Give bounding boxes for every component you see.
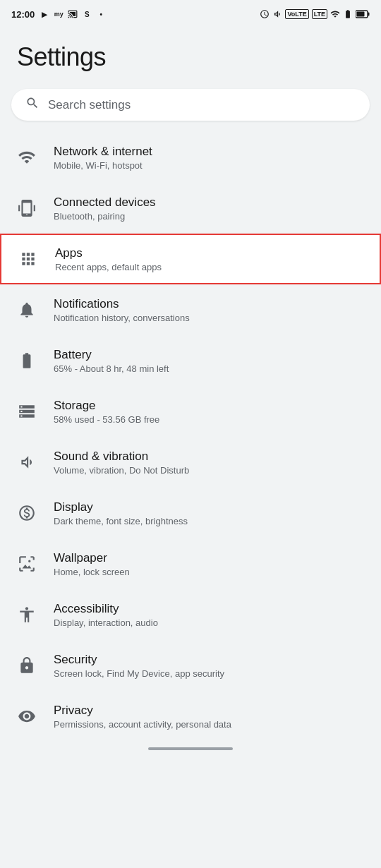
dot-icon: • xyxy=(95,8,107,20)
privacy-icon xyxy=(14,704,40,729)
search-placeholder: Search settings xyxy=(48,98,131,112)
battery-icon xyxy=(14,348,40,373)
page-title-area: Settings xyxy=(0,25,381,83)
settings-item-title-storage: Storage xyxy=(54,399,159,413)
sound-icon xyxy=(14,450,40,475)
search-icon xyxy=(25,96,40,114)
scroll-indicator xyxy=(148,747,233,750)
settings-item-text-privacy: Privacy Permissions, account activity, p… xyxy=(54,704,231,730)
youtube-icon: ▶ xyxy=(39,8,50,20)
search-bar[interactable]: Search settings xyxy=(11,89,370,121)
settings-item-title-display: Display xyxy=(54,500,188,514)
settings-item-title-privacy: Privacy xyxy=(54,704,231,718)
settings-item-privacy[interactable]: Privacy Permissions, account activity, p… xyxy=(0,691,381,742)
settings-item-title-connected-devices: Connected devices xyxy=(54,195,156,210)
settings-item-sound[interactable]: Sound & vibration Volume, vibration, Do … xyxy=(0,437,381,488)
settings-item-title-network: Network & internet xyxy=(54,145,152,159)
settings-item-subtitle-display: Dark theme, font size, brightness xyxy=(54,516,188,526)
alarm-icon xyxy=(260,9,270,19)
settings-item-battery[interactable]: Battery 65% - About 8 hr, 48 min left xyxy=(0,335,381,386)
settings-item-subtitle-security: Screen lock, Find My Device, app securit… xyxy=(54,668,224,679)
settings-item-text-wallpaper: Wallpaper Home, lock screen xyxy=(54,551,130,577)
signal-icon xyxy=(330,9,340,19)
settings-item-display[interactable]: Display Dark theme, font size, brightnes… xyxy=(0,488,381,538)
devices-icon xyxy=(14,195,40,221)
status-bar: 12:00 ▶ my S • VoLTE LTE xyxy=(0,0,381,25)
settings-item-subtitle-notifications: Notification history, conversations xyxy=(54,313,190,323)
settings-item-subtitle-sound: Volume, vibration, Do Not Disturb xyxy=(54,465,189,476)
settings-item-apps[interactable]: Apps Recent apps, default apps xyxy=(0,234,381,284)
settings-list: Network & internet Mobile, Wi-Fi, hotspo… xyxy=(0,132,381,742)
search-bar-container: Search settings xyxy=(0,83,381,132)
settings-item-storage[interactable]: Storage 58% used - 53.56 GB free xyxy=(0,386,381,437)
settings-item-connected-devices[interactable]: Connected devices Bluetooth, pairing xyxy=(0,183,381,234)
settings-item-subtitle-accessibility: Display, interaction, audio xyxy=(54,617,158,628)
settings-item-text-accessibility: Accessibility Display, interaction, audi… xyxy=(54,602,158,628)
settings-item-subtitle-network: Mobile, Wi-Fi, hotspot xyxy=(54,160,152,171)
settings-item-subtitle-wallpaper: Home, lock screen xyxy=(54,567,130,577)
status-right: VoLTE LTE xyxy=(260,9,370,19)
status-time: 12:00 xyxy=(11,9,35,20)
settings-item-text-network: Network & internet Mobile, Wi-Fi, hotspo… xyxy=(54,145,152,171)
settings-item-text-apps: Apps Recent apps, default apps xyxy=(55,246,162,272)
settings-item-text-notifications: Notifications Notification history, conv… xyxy=(54,297,190,323)
volte-badge: VoLTE xyxy=(285,9,308,19)
settings-item-title-notifications: Notifications xyxy=(54,297,190,311)
settings-item-title-sound: Sound & vibration xyxy=(54,450,189,464)
settings-item-accessibility[interactable]: Accessibility Display, interaction, audi… xyxy=(0,589,381,640)
settings-item-title-apps: Apps xyxy=(55,246,162,260)
lte-badge: LTE xyxy=(312,9,327,19)
settings-item-subtitle-storage: 58% used - 53.56 GB free xyxy=(54,414,159,425)
svg-rect-2 xyxy=(357,12,365,17)
cast-icon xyxy=(67,8,78,20)
security-icon xyxy=(14,653,40,678)
settings-item-text-connected-devices: Connected devices Bluetooth, pairing xyxy=(54,195,156,222)
bell-icon xyxy=(14,297,40,323)
settings-item-subtitle-battery: 65% - About 8 hr, 48 min left xyxy=(54,363,169,374)
settings-item-title-accessibility: Accessibility xyxy=(54,602,158,616)
settings-item-notifications[interactable]: Notifications Notification history, conv… xyxy=(0,284,381,335)
wifi-signal-icon xyxy=(343,9,353,19)
status-left-icons: ▶ my S • xyxy=(39,8,107,20)
settings-item-text-display: Display Dark theme, font size, brightnes… xyxy=(54,500,188,526)
settings-item-subtitle-privacy: Permissions, account activity, personal … xyxy=(54,719,231,730)
my-icon: my xyxy=(53,8,64,20)
battery-icon xyxy=(356,10,370,18)
settings-item-title-battery: Battery xyxy=(54,348,169,362)
settings-item-text-sound: Sound & vibration Volume, vibration, Do … xyxy=(54,450,189,476)
wallpaper-icon xyxy=(14,551,40,577)
storage-icon xyxy=(14,399,40,424)
settings-item-title-wallpaper: Wallpaper xyxy=(54,551,130,565)
wifi-icon xyxy=(14,145,40,170)
settings-item-text-storage: Storage 58% used - 53.56 GB free xyxy=(54,399,159,425)
settings-item-subtitle-apps: Recent apps, default apps xyxy=(55,262,162,272)
settings-item-network[interactable]: Network & internet Mobile, Wi-Fi, hotspo… xyxy=(0,132,381,183)
svg-rect-1 xyxy=(368,13,370,16)
page-title: Settings xyxy=(17,42,364,72)
apps-icon xyxy=(16,246,41,272)
settings-item-text-battery: Battery 65% - About 8 hr, 48 min left xyxy=(54,348,169,374)
shazam-icon: S xyxy=(81,8,92,20)
settings-item-wallpaper[interactable]: Wallpaper Home, lock screen xyxy=(0,538,381,589)
display-icon xyxy=(14,500,40,526)
settings-item-title-security: Security xyxy=(54,653,224,667)
settings-item-subtitle-connected-devices: Bluetooth, pairing xyxy=(54,211,156,222)
settings-item-text-security: Security Screen lock, Find My Device, ap… xyxy=(54,653,224,679)
accessibility-icon xyxy=(14,602,40,627)
settings-item-security[interactable]: Security Screen lock, Find My Device, ap… xyxy=(0,640,381,691)
status-left: 12:00 ▶ my S • xyxy=(11,8,107,20)
volume-icon xyxy=(272,9,282,19)
